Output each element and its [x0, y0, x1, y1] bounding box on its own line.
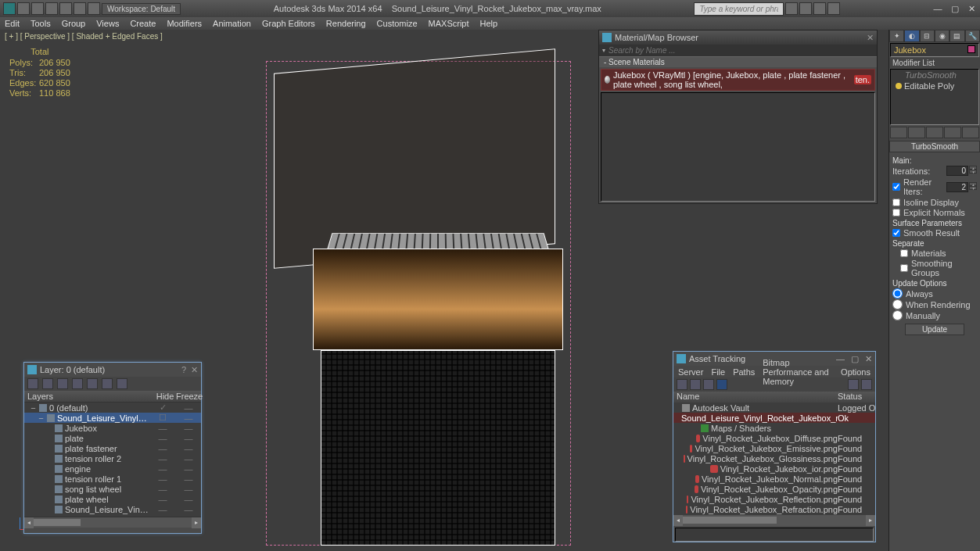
lp-new-layer-icon[interactable]	[27, 378, 38, 389]
layers-close-button[interactable]: ✕	[191, 365, 198, 375]
sep-smoothing-checkbox[interactable]	[900, 264, 908, 272]
asset-row[interactable]: Vinyl_Rocket_Jukebox_Opacity.pngFound	[673, 484, 875, 494]
app-icon[interactable]	[3, 2, 16, 15]
qat-save-icon[interactable]	[45, 2, 58, 15]
asset-row[interactable]: Autodesk VaultLogged O	[673, 403, 875, 413]
exchange-icon[interactable]	[813, 2, 826, 15]
mmb-search-input[interactable]	[608, 46, 874, 55]
update-rendering-radio[interactable]	[892, 299, 903, 309]
ap-col-name[interactable]: Name	[673, 392, 838, 403]
stack-show-icon[interactable]	[908, 127, 925, 138]
scroll-right-icon[interactable]: ▸	[866, 515, 875, 526]
star-icon[interactable]	[799, 2, 812, 15]
help-search-input[interactable]	[694, 2, 784, 16]
scroll-thumb[interactable]	[34, 519, 81, 526]
menu-views[interactable]: Views	[96, 19, 119, 28]
asset-row[interactable]: Vinyl_Rocket_Jukebox_Emissive.pngFound	[673, 443, 875, 453]
selected-object-name[interactable]: Jukebox	[894, 45, 926, 55]
menu-maxscript[interactable]: MAXScript	[429, 19, 469, 28]
asset-row[interactable]: Vinyl_Rocket_Jukebox_Glossiness.pngFound	[673, 453, 875, 463]
asset-row[interactable]: Vinyl_Rocket_Jukebox_Diffuse.pngFound	[673, 433, 875, 443]
mmb-section-scene-materials[interactable]: - Scene Materials	[599, 56, 877, 67]
menu-animation[interactable]: Animation	[213, 19, 251, 28]
stack-turbosmooth[interactable]: TurboSmooth	[891, 70, 978, 81]
ap-list-icon[interactable]	[690, 379, 701, 390]
smooth-result-checkbox[interactable]	[892, 229, 900, 237]
scroll-right-icon[interactable]: ▸	[192, 517, 201, 528]
minimize-button[interactable]: —	[933, 4, 942, 13]
menu-modifiers[interactable]: Modifiers	[167, 19, 202, 28]
menu-help[interactable]: Help	[480, 19, 498, 28]
spinner-down-icon[interactable]: ▾	[969, 170, 977, 174]
qat-open-icon[interactable]	[31, 2, 44, 15]
update-button[interactable]: Update	[905, 324, 964, 335]
lp-freeze-icon[interactable]	[117, 378, 127, 389]
menu-tools[interactable]: Tools	[31, 19, 51, 28]
workspace-selector[interactable]: Workspace: Default	[102, 3, 181, 15]
asset-min-button[interactable]: —	[836, 354, 845, 364]
mmb-material-item[interactable]: Jukebox ( VRayMtl ) [engine, Jukebox, pl…	[601, 69, 875, 91]
layer-row[interactable]: plate wheel——	[24, 494, 201, 504]
layer-row[interactable]: tension roller 1——	[24, 474, 201, 484]
tab-create[interactable]: ✦	[889, 30, 904, 42]
render-iters-checkbox[interactable]	[892, 183, 900, 191]
viewport-object[interactable]	[258, 53, 571, 551]
layer-row[interactable]: engine——	[24, 463, 201, 474]
asset-row[interactable]: Vinyl_Rocket_Jukebox_Normal.pngFound	[673, 474, 875, 484]
stack-pin-icon[interactable]	[890, 127, 907, 138]
qat-undo-icon[interactable]	[59, 2, 72, 15]
menu-customize[interactable]: Customize	[377, 19, 418, 28]
layer-row[interactable]: −Sound_Leisure_Vinyl_Rocket_Jukebox☐—	[24, 413, 201, 423]
object-color-swatch[interactable]	[967, 45, 975, 53]
layer-row[interactable]: −0 (default)✓—	[24, 403, 201, 413]
lp-select-icon[interactable]	[72, 378, 83, 389]
render-iters-input[interactable]	[946, 182, 968, 192]
menu-create[interactable]: Create	[130, 19, 156, 28]
scroll-thumb[interactable]	[683, 517, 777, 524]
ap-settings-icon[interactable]	[861, 379, 872, 390]
ap-col-status[interactable]: Status	[838, 392, 875, 403]
lp-col-hide[interactable]: Hide	[154, 392, 176, 401]
tab-modify[interactable]: ◐	[904, 30, 919, 42]
help-icon[interactable]	[827, 2, 840, 15]
layer-row[interactable]: Jukebox——	[24, 423, 201, 433]
rollout-turbosmooth-header[interactable]: TurboSmooth	[889, 141, 980, 152]
qat-new-icon[interactable]	[17, 2, 30, 15]
ap-status-icon[interactable]	[716, 379, 727, 390]
ap-refresh-icon[interactable]	[848, 379, 859, 390]
asset-menu-paths[interactable]: Paths	[733, 367, 755, 377]
scroll-left-icon[interactable]: ◂	[673, 515, 683, 526]
menu-graph-editors[interactable]: Graph Editors	[262, 19, 315, 28]
tab-display[interactable]: ▤	[949, 30, 964, 42]
mmb-options-icon[interactable]: ▾	[602, 47, 605, 54]
lp-highlight-icon[interactable]	[87, 378, 98, 389]
tab-motion[interactable]: ◉	[935, 30, 949, 42]
menu-group[interactable]: Group	[62, 19, 86, 28]
asset-row[interactable]: Vinyl_Rocket_Jukebox_ior.pngFound	[673, 463, 875, 474]
viewport-label[interactable]: [ + ] [ Perspective ] [ Shaded + Edged F…	[5, 32, 163, 41]
menu-rendering[interactable]: Rendering	[326, 19, 366, 28]
scroll-left-icon[interactable]: ◂	[24, 517, 34, 528]
asset-menu-bitmap[interactable]: Bitmap Performance and Memory	[763, 358, 833, 386]
asset-row[interactable]: Vinyl_Rocket_Jukebox_Refraction.pngFound	[673, 504, 875, 514]
isoline-checkbox[interactable]	[892, 199, 900, 206]
stack-remove-icon[interactable]	[944, 127, 961, 138]
lp-add-icon[interactable]	[57, 378, 68, 389]
update-manually-radio[interactable]	[892, 310, 903, 320]
layer-row[interactable]: tension roller 2——	[24, 453, 201, 463]
spinner-down-icon[interactable]: ▾	[969, 186, 977, 190]
layers-body[interactable]: −0 (default)✓—−Sound_Leisure_Vinyl_Rocke…	[24, 403, 201, 517]
tab-utilities[interactable]: 🔧	[965, 30, 980, 42]
lp-delete-icon[interactable]	[42, 378, 53, 389]
tab-hierarchy[interactable]: ⊟	[920, 30, 935, 42]
asset-max-button[interactable]: ▢	[851, 354, 859, 364]
ap-tree-icon[interactable]	[677, 379, 687, 390]
layer-row[interactable]: Sound_Leisure_Vinyl_Rocket_Jukebox——	[24, 504, 201, 514]
lp-col-freeze[interactable]: Freeze	[176, 392, 201, 401]
asset-menu-file[interactable]: File	[711, 367, 725, 377]
lp-hide-icon[interactable]	[102, 378, 113, 389]
layer-row[interactable]: song list wheel——	[24, 484, 201, 494]
update-always-radio[interactable]	[892, 288, 903, 299]
qat-redo-icon[interactable]	[74, 2, 86, 15]
close-button[interactable]: ✕	[967, 4, 977, 13]
